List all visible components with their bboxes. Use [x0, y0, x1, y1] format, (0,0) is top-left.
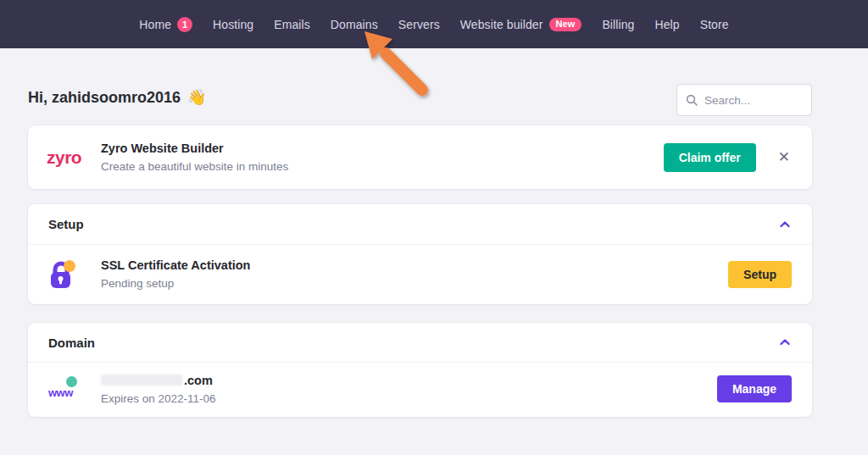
nav-item-help[interactable]: Help	[654, 18, 679, 31]
domain-section-title: Domain	[48, 336, 95, 350]
setup-button[interactable]: Setup	[728, 261, 792, 288]
nav-item-label: Store	[700, 18, 729, 31]
nav-item-store[interactable]: Store	[700, 18, 729, 31]
ssl-setup-row: SSL Certificate Activation Pending setup…	[28, 245, 812, 303]
domain-row: www .com Expires on 2022-11-06 Manage	[28, 363, 812, 415]
domain-section-header: Domain	[28, 323, 812, 363]
zyro-banner-card: zyro Zyro Website Builder Create a beaut…	[28, 125, 812, 189]
nav-item-home[interactable]: Home 1	[139, 17, 192, 32]
redacted-domain-name	[101, 375, 182, 386]
new-badge: New	[549, 18, 582, 31]
setup-section-title: Setup	[48, 217, 84, 231]
chevron-up-icon[interactable]	[778, 218, 792, 231]
zyro-logo: zyro	[47, 147, 101, 168]
domain-expiry: Expires on 2022-11-06	[101, 392, 717, 405]
zyro-title: Zyro Website Builder	[101, 141, 664, 155]
top-navbar: Home 1 Hosting Emails Domains Servers We…	[0, 0, 868, 48]
setup-section-card: Setup SSL Certificate Activation	[28, 204, 812, 304]
close-icon[interactable]: ✕	[775, 148, 793, 166]
nav-item-label: Emails	[274, 18, 310, 31]
search-icon	[686, 94, 698, 106]
hpanel-dashboard: Home 1 Hosting Emails Domains Servers We…	[0, 0, 868, 455]
www-icon-text: www	[48, 386, 73, 399]
nav-item-label: Help	[654, 18, 679, 31]
www-globe-icon: www	[48, 376, 79, 402]
waving-hand-emoji: 👋	[187, 88, 206, 107]
domain-section-card: Domain www .com Expires on 2022-11-06 Ma…	[28, 323, 812, 417]
nav-item-label: Billing	[602, 18, 634, 31]
zyro-subtitle: Create a beautiful website in minutes	[101, 160, 664, 173]
chevron-up-icon[interactable]	[778, 336, 792, 349]
nav-item-hosting[interactable]: Hosting	[213, 18, 253, 31]
nav-item-website-builder[interactable]: Website builder New	[460, 18, 582, 31]
ssl-status: Pending setup	[101, 277, 728, 290]
page-greeting: Hi, zahidsoomro2016 👋	[28, 88, 207, 107]
greeting-text: Hi, zahidsoomro2016	[28, 89, 181, 107]
nav-item-label: Domains	[331, 18, 378, 31]
claim-offer-button[interactable]: Claim offer	[664, 143, 756, 172]
nav-item-emails[interactable]: Emails	[274, 18, 310, 31]
nav-item-billing[interactable]: Billing	[602, 18, 634, 31]
nav-item-label: Servers	[398, 18, 440, 31]
ssl-lock-icon	[48, 259, 75, 290]
search-box	[676, 84, 812, 116]
manage-button[interactable]: Manage	[717, 375, 792, 402]
domain-tld: .com	[184, 374, 213, 387]
home-notification-badge: 1	[177, 17, 192, 32]
search-input[interactable]	[704, 94, 803, 107]
nav-item-label: Website builder	[460, 18, 543, 31]
nav-item-label: Hosting	[213, 18, 253, 31]
nav-item-label: Home	[139, 18, 171, 31]
nav-item-servers[interactable]: Servers	[398, 18, 440, 31]
ssl-title: SSL Certificate Activation	[101, 258, 728, 272]
setup-section-header: Setup	[28, 204, 812, 245]
nav-item-domains[interactable]: Domains	[331, 18, 378, 31]
